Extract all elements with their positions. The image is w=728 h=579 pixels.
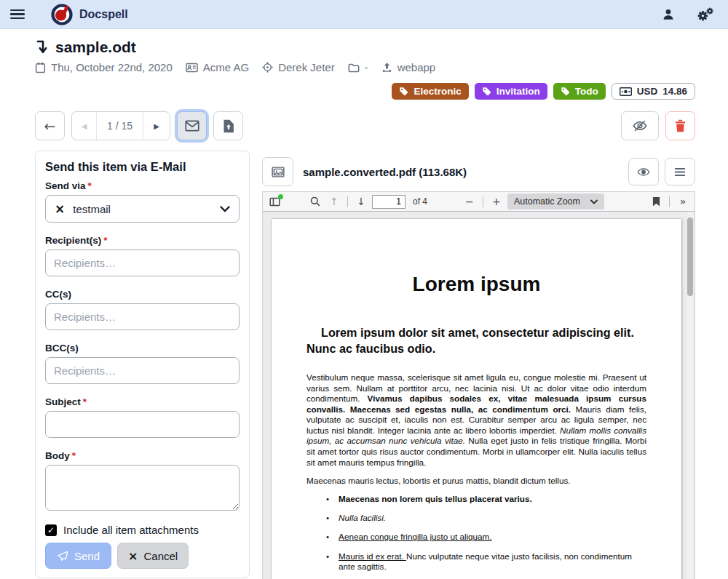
pdf-prev-page-button[interactable]: ↑ [326,193,342,210]
attachments-checkbox[interactable]: ✓ [45,524,57,536]
folder-icon [348,63,360,73]
prev-page-button[interactable]: ◀ [72,112,97,140]
cc-input[interactable] [45,303,240,330]
pdf-bullet-list: •Maecenas non lorem quis tellus placerat… [306,494,646,579]
pdf-page: Lorem ipsum Lorem ipsum dolor sit amet, … [272,219,681,579]
pdfjs-toolbar: ↑ ↓ of 4 − + Automatic Zoom [263,192,695,212]
amount-badge[interactable]: USD 14.86 [612,83,695,100]
user-account-icon[interactable] [662,8,675,21]
send-via-select[interactable]: × testmail [45,195,240,223]
attachment-preview-button[interactable] [262,157,293,186]
item-folder[interactable]: - [348,61,368,73]
back-button[interactable]: ← [35,111,65,140]
tag-icon [561,87,570,96]
attachment-menu-button[interactable] [665,158,695,185]
clear-selection-icon[interactable]: × [55,201,65,216]
bookmark-button[interactable] [648,193,664,210]
item-meta: Thu, October 22nd, 2020 Acme AG [35,61,695,73]
item-correspondent[interactable]: Acme AG [186,61,249,73]
send-via-value: testmail [73,203,111,215]
cancel-button[interactable]: × Cancel [117,543,189,569]
attachments-checkbox-label[interactable]: Include all item attachments [63,524,199,536]
item-source[interactable]: webapp [381,61,436,73]
item-title: sample.odt [55,39,136,56]
page-indicator: 1 / 15 [97,112,143,140]
delete-button[interactable] [665,111,695,140]
toolbar-more-button[interactable]: » [675,193,691,210]
item-concerning-person[interactable]: Derek Jeter [262,61,335,73]
recipients-label: Recipient(s)* [45,235,240,246]
tag-electronic[interactable]: Electronic [392,83,468,100]
app-title: Docspell [79,8,128,21]
calendar-icon [35,62,46,73]
sidebar-toggle-button[interactable] [266,193,282,210]
bcc-label: BCC(s) [45,343,240,354]
list-item: •Maecenas non lorem quis tellus placerat… [326,494,646,505]
bcc-input[interactable] [45,357,240,384]
paper-plane-icon [57,551,68,562]
list-item: •Aenean congue fringilla justo ut aliqua… [326,532,646,543]
item-direction-icon [35,39,49,55]
check-icon: ✓ [47,525,55,535]
send-via-label: Send via* [45,180,240,191]
eye-icon [636,167,651,177]
zoom-out-button[interactable]: − [462,193,478,210]
pdf-paragraph: Maecenas mauris lectus, lobortis et puru… [306,476,646,485]
pdf-doc-title: Lorem ipsum [306,273,646,296]
subject-label: Subject* [45,396,240,407]
crosshair-icon [262,62,273,73]
pdf-doc-subheading: Lorem ipsum dolor sit amet, consectetur … [306,325,646,356]
pdf-paragraph: Vestibulum neque massa, scelerisque sit … [306,372,646,468]
tag-invitation[interactable]: Invitation [475,83,547,100]
body-textarea[interactable] [45,465,240,511]
close-icon: × [128,549,138,563]
pdf-page-number-input[interactable] [372,195,405,209]
pdf-next-page-button[interactable]: ↓ [353,193,369,210]
attachment-filename: sample.converted.pdf (113.68K) [303,166,467,178]
chevron-down-icon [220,206,230,212]
app-brand[interactable]: Docspell [51,4,128,25]
image-icon [272,167,285,177]
money-bill-icon [620,87,632,96]
attachment-pager: ◀ 1 / 15 ▶ [71,111,170,140]
send-mail-panel: Send this item via E-Mail Send via* × te… [35,151,250,578]
pdf-viewport[interactable]: Lorem ipsum Lorem ipsum dolor sit amet, … [263,212,695,579]
menu-hamburger-icon[interactable] [10,9,25,20]
address-card-icon [186,63,198,73]
file-upload-icon [223,119,234,133]
body-label: Body* [45,450,240,461]
tags-row: Electronic Invitation Todo [35,83,695,100]
pdf-scrollbar-thumb[interactable] [687,217,693,296]
toggle-visibility-button[interactable] [621,111,659,140]
chevron-down-icon [590,199,598,204]
recipients-input[interactable] [45,249,240,276]
tag-todo[interactable]: Todo [553,83,606,100]
view-mode-button[interactable] [628,158,659,185]
trash-icon [675,119,686,132]
tag-icon [482,87,491,96]
list-item: •Nulla facilisi. [326,513,646,524]
zoom-in-button[interactable]: + [488,193,505,210]
cc-label: CC(s) [45,289,240,300]
send-mail-button[interactable] [177,111,207,140]
item-date[interactable]: Thu, October 22nd, 2020 [35,61,173,73]
pdf-scrollbar-track[interactable] [687,212,693,579]
mail-form-heading: Send this item via E-Mail [45,160,240,174]
pdf-search-button[interactable] [307,193,323,210]
subject-input[interactable] [45,411,240,438]
add-file-button[interactable] [213,111,243,140]
send-button[interactable]: Send [45,543,111,569]
tag-icon [399,87,408,96]
next-page-button[interactable]: ▶ [143,112,170,140]
settings-gears-icon[interactable] [697,7,713,22]
upload-icon [381,62,392,73]
list-menu-icon [674,167,686,177]
pdf-page-count: of 4 [413,196,427,207]
zoom-select[interactable]: Automatic Zoom [507,193,604,209]
sidebar-notify-dot [278,194,283,199]
top-navbar: Docspell [0,0,728,29]
envelope-icon [185,120,199,132]
eye-slash-icon [632,119,648,132]
docspell-logo-icon [51,4,73,25]
list-item: •Mauris id ex erat. Nunc vulputate neque… [326,551,646,572]
